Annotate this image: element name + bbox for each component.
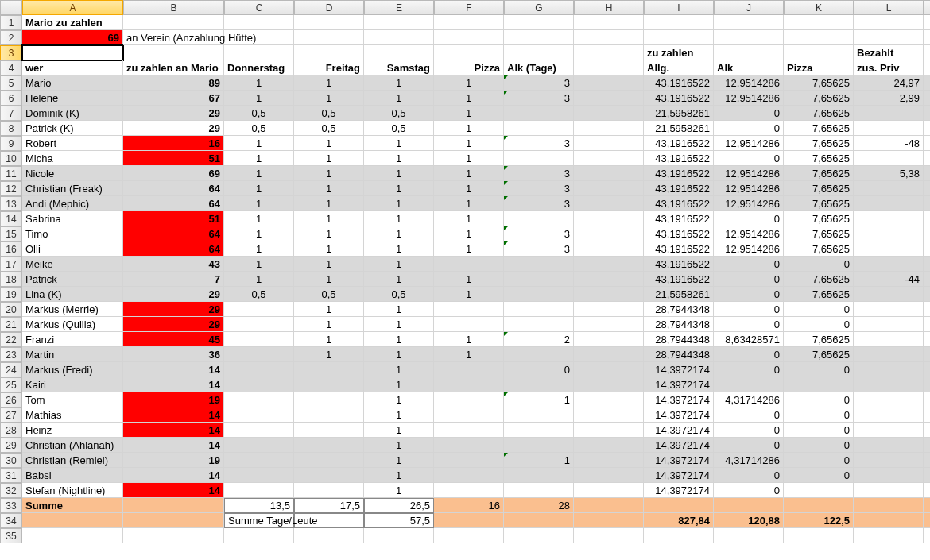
cell[interactable] [924, 423, 930, 438]
cell[interactable] [574, 438, 644, 453]
row-header[interactable]: 7 [0, 106, 22, 121]
cell[interactable] [224, 377, 294, 392]
cell[interactable] [924, 302, 930, 317]
cell[interactable]: 1 [364, 91, 434, 106]
row-header[interactable]: 28 [0, 423, 22, 438]
cell[interactable]: 7,65625 [784, 166, 854, 181]
row-header[interactable]: 30 [0, 453, 22, 468]
cell[interactable]: 14 [123, 377, 224, 392]
cell[interactable]: Christian (Remiel) [22, 453, 123, 468]
cell[interactable]: Summe [22, 498, 123, 513]
cell[interactable]: 3 [504, 91, 574, 106]
cell[interactable] [224, 392, 294, 407]
cell[interactable]: 0,5 [294, 106, 364, 121]
cell[interactable] [294, 438, 364, 453]
cell[interactable]: 1 [294, 302, 364, 317]
cell[interactable] [294, 30, 364, 45]
cell[interactable] [434, 528, 504, 543]
cell[interactable]: Lina (K) [22, 287, 123, 302]
cell[interactable] [294, 407, 364, 423]
cell[interactable]: 0 [784, 317, 854, 332]
cell[interactable]: 1 [364, 241, 434, 257]
cell[interactable]: 45 [123, 332, 224, 347]
cell[interactable]: Babsi [22, 468, 123, 483]
cell[interactable]: 0 [714, 407, 784, 423]
cell[interactable] [574, 347, 644, 362]
cell[interactable] [784, 30, 854, 45]
row-header[interactable]: 26 [0, 392, 22, 407]
cell[interactable]: 12,9514286 [714, 241, 784, 257]
row-header[interactable]: 12 [0, 181, 22, 196]
cell[interactable]: Alk (Tage) [504, 60, 574, 75]
cell[interactable]: 1 [294, 272, 364, 287]
cell[interactable] [854, 151, 924, 166]
cell[interactable]: 14,3972174 [644, 483, 714, 498]
cell[interactable]: Micha [22, 151, 123, 166]
cell[interactable]: 0 [784, 423, 854, 438]
cell[interactable] [854, 498, 924, 513]
col-header[interactable]: G [504, 0, 574, 15]
cell[interactable] [854, 377, 924, 392]
cell[interactable] [924, 468, 930, 483]
cell[interactable] [924, 75, 930, 91]
cell[interactable]: 14,3972174 [644, 377, 714, 392]
cell[interactable]: Patrick (K) [22, 121, 123, 136]
cell[interactable]: 7,65625 [784, 272, 854, 287]
cell[interactable]: 1 [434, 287, 504, 302]
cell[interactable]: 0,5 [224, 121, 294, 136]
cell[interactable]: 43,1916522 [644, 226, 714, 241]
row-header[interactable]: 16 [0, 241, 22, 257]
cell[interactable]: 7,65625 [784, 151, 854, 166]
cell[interactable] [854, 257, 924, 272]
cell[interactable] [504, 423, 574, 438]
cell[interactable]: 14 [123, 362, 224, 377]
row-header[interactable]: 32 [0, 483, 22, 498]
cell[interactable]: 1 [364, 317, 434, 332]
cell[interactable] [924, 181, 930, 196]
cell[interactable] [224, 362, 294, 377]
cell[interactable]: Allg. [644, 60, 714, 75]
row-header[interactable]: 14 [0, 211, 22, 226]
cell[interactable]: 7,65625 [784, 136, 854, 151]
cell[interactable]: Markus (Fredi) [22, 362, 123, 377]
cell[interactable] [924, 226, 930, 241]
cell[interactable]: 3 [504, 166, 574, 181]
cell[interactable] [924, 166, 930, 181]
cell[interactable] [574, 226, 644, 241]
col-header[interactable]: B [123, 0, 224, 15]
cell[interactable] [924, 241, 930, 257]
select-all-corner[interactable] [0, 0, 22, 15]
cell[interactable] [644, 30, 714, 45]
cell[interactable]: 67 [123, 91, 224, 106]
cell[interactable]: 29 [123, 317, 224, 332]
cell[interactable]: Pizza [784, 60, 854, 75]
cell[interactable] [574, 407, 644, 423]
cell[interactable] [854, 332, 924, 347]
cell[interactable] [434, 468, 504, 483]
cell[interactable]: 1 [364, 302, 434, 317]
cell[interactable]: 0,5 [294, 121, 364, 136]
cell[interactable] [924, 30, 930, 45]
cell[interactable]: 1 [434, 347, 504, 362]
cell[interactable] [224, 423, 294, 438]
cell[interactable] [924, 498, 930, 513]
cell[interactable] [854, 362, 924, 377]
cell[interactable] [574, 30, 644, 45]
cell[interactable] [924, 528, 930, 543]
cell[interactable] [504, 30, 574, 45]
cell[interactable]: 0 [714, 302, 784, 317]
cell[interactable]: 29 [123, 106, 224, 121]
cell[interactable] [854, 347, 924, 362]
col-header[interactable]: E [364, 0, 434, 15]
cell[interactable] [714, 498, 784, 513]
cell[interactable]: 1 [224, 166, 294, 181]
cell[interactable]: 0 [714, 287, 784, 302]
cell[interactable]: 1 [434, 121, 504, 136]
cell[interactable] [224, 347, 294, 362]
cell[interactable] [574, 483, 644, 498]
cell[interactable]: 43,1916522 [644, 151, 714, 166]
cell[interactable] [434, 513, 504, 528]
cell[interactable]: 14 [123, 483, 224, 498]
cell[interactable]: 1 [294, 166, 364, 181]
cell[interactable]: 1 [364, 272, 434, 287]
